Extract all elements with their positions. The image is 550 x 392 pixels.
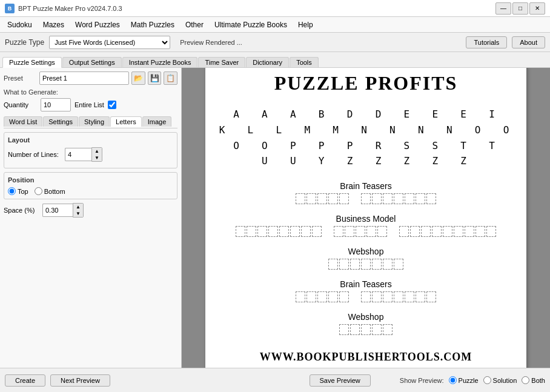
next-preview-button[interactable]: Next Preview xyxy=(50,374,110,387)
tab-output-settings[interactable]: Output Settings xyxy=(62,57,122,67)
preset-row: Preset 📂 💾 📋 xyxy=(4,71,177,85)
word-section-3-title: Webshop xyxy=(348,247,384,256)
letters-row-4: U U Y Z Z Z Z Z xyxy=(219,153,513,169)
word-section-2: Business Model xyxy=(236,214,496,237)
word-boxes-3 xyxy=(328,259,403,270)
puzzle-url: WWW.BOOKPUBLISHERTOOLS.COM xyxy=(260,351,472,364)
titlebar-left: B BPT Puzzle Maker Pro v2024.7.0.3 xyxy=(5,4,122,13)
word-section-1: Brain Teasers xyxy=(296,181,436,204)
show-both-radio[interactable]: Both xyxy=(522,376,545,384)
show-solution-radio[interactable]: Solution xyxy=(483,376,517,384)
create-button[interactable]: Create xyxy=(5,374,45,387)
puzzle-type-select[interactable]: Just Five Words (Licensed) xyxy=(49,36,170,49)
space-label: Space (%) xyxy=(4,207,40,214)
num-lines-label: Number of Lines: xyxy=(8,151,62,158)
space-up-button[interactable]: ▲ xyxy=(73,204,83,210)
tab-time-saver[interactable]: Time Saver xyxy=(198,57,245,67)
word-boxes-1a xyxy=(296,193,349,204)
show-both-input[interactable] xyxy=(522,376,529,384)
word-boxes-4b xyxy=(361,291,436,302)
position-group: Position Top Bottom xyxy=(4,172,177,199)
spinbox-up-button[interactable]: ▲ xyxy=(92,148,102,154)
minimize-button[interactable]: — xyxy=(495,2,511,15)
preset-save-as-button[interactable]: 📋 xyxy=(164,71,177,85)
word-boxes-2c xyxy=(399,226,496,237)
tab-tools[interactable]: Tools xyxy=(290,57,319,67)
menu-sudoku[interactable]: Sudoku xyxy=(2,19,37,30)
tab-puzzle-settings[interactable]: Puzzle Settings xyxy=(2,57,62,68)
position-bottom-label: Bottom xyxy=(44,188,65,195)
position-bottom-radio[interactable]: Bottom xyxy=(35,187,65,195)
menubar: Sudoku Mazes Word Puzzles Math Puzzles O… xyxy=(0,17,550,33)
spinbox-down-button[interactable]: ▼ xyxy=(92,154,102,161)
show-puzzle-label: Puzzle xyxy=(459,377,479,384)
tutorials-button[interactable]: Tutorials xyxy=(466,36,507,48)
tab-instant-puzzle-books[interactable]: Instant Puzzle Books xyxy=(122,57,198,67)
spinbox-buttons: ▲ ▼ xyxy=(91,147,102,162)
titlebar-title: BPT Puzzle Maker Pro v2024.7.0.3 xyxy=(18,5,122,12)
menu-ultimate-puzzle-books[interactable]: Ultimate Puzzle Books xyxy=(210,19,292,30)
preset-folder-button[interactable]: 📂 xyxy=(131,71,145,85)
word-section-4-title: Brain Teasers xyxy=(340,279,391,289)
position-top-radio[interactable]: Top xyxy=(8,187,28,195)
quantity-row: Quantity Entire List xyxy=(4,98,177,111)
space-spinbox: ▲ ▼ xyxy=(42,203,84,218)
puzzle-title: PUZZLE PROFITS xyxy=(274,72,458,95)
word-section-4: Brain Teasers xyxy=(296,279,436,302)
right-panel: PUZZLE PROFITS A A A B D D E E E I K L L… xyxy=(182,68,550,368)
tabbar: Puzzle Settings Output Settings Instant … xyxy=(0,52,550,68)
menu-math-puzzles[interactable]: Math Puzzles xyxy=(126,19,179,30)
menu-mazes[interactable]: Mazes xyxy=(38,19,69,30)
show-preview-radio-group: Puzzle Solution Both xyxy=(449,376,545,384)
position-top-input[interactable] xyxy=(8,187,16,195)
letters-grid: A A A B D D E E E I K L L M M N N N N O … xyxy=(219,107,513,168)
entire-list-label: Entire List xyxy=(75,101,104,108)
word-section-2-title: Business Model xyxy=(336,214,396,224)
letters-row-3: O O P P P R S S T T xyxy=(219,138,513,154)
layout-group-title: Layout xyxy=(8,136,173,144)
menu-help[interactable]: Help xyxy=(293,19,318,30)
show-puzzle-radio[interactable]: Puzzle xyxy=(449,376,479,384)
show-both-label: Both xyxy=(531,377,545,384)
subtab-word-list[interactable]: Word List xyxy=(4,116,42,127)
app-icon: B xyxy=(5,4,15,13)
position-bottom-input[interactable] xyxy=(35,187,42,195)
subtab-letters[interactable]: Letters xyxy=(110,116,142,127)
save-preview-button[interactable]: Save Preview xyxy=(310,374,371,387)
preset-input[interactable] xyxy=(39,71,129,85)
letters-row-2: K L L M M N N N N O O xyxy=(219,122,513,138)
subtabs: Word List Settings Styling Letters Image xyxy=(4,116,177,128)
toolbar: Puzzle Type Just Five Words (Licensed) P… xyxy=(0,33,550,52)
main: Preset 📂 💾 📋 What to Generate: Quantity … xyxy=(0,68,550,368)
close-button[interactable]: ✕ xyxy=(529,2,545,15)
maximize-button[interactable]: □ xyxy=(512,2,528,15)
position-group-title: Position xyxy=(8,176,173,184)
preset-label: Preset xyxy=(4,75,37,82)
left-panel: Preset 📂 💾 📋 What to Generate: Quantity … xyxy=(0,68,182,368)
titlebar-controls: — □ ✕ xyxy=(495,2,545,15)
word-section-3: Webshop xyxy=(328,247,403,270)
subtab-image[interactable]: Image xyxy=(142,116,172,127)
tab-dictionary[interactable]: Dictionary xyxy=(246,57,289,67)
menu-other[interactable]: Other xyxy=(181,19,208,30)
menu-word-puzzles[interactable]: Word Puzzles xyxy=(70,19,125,30)
about-button[interactable]: About xyxy=(512,36,545,48)
show-puzzle-input[interactable] xyxy=(449,376,457,384)
num-lines-input[interactable] xyxy=(65,148,91,161)
space-input[interactable] xyxy=(42,204,73,217)
entire-list-checkbox[interactable] xyxy=(108,101,116,109)
layout-group: Layout Number of Lines: ▲ ▼ xyxy=(4,132,177,168)
num-lines-row: Number of Lines: ▲ ▼ xyxy=(8,147,173,162)
word-section-5-title: Webshop xyxy=(348,312,384,322)
space-spinbox-buttons: ▲ ▼ xyxy=(73,203,84,218)
show-preview-label: Show Preview: xyxy=(400,377,444,384)
space-down-button[interactable]: ▼ xyxy=(73,210,83,217)
what-to-generate-label: What to Generate: xyxy=(4,88,177,96)
position-top-label: Top xyxy=(18,188,28,195)
preset-save-button[interactable]: 💾 xyxy=(148,71,162,85)
subtab-styling[interactable]: Styling xyxy=(79,116,110,127)
subtab-settings[interactable]: Settings xyxy=(43,116,78,127)
show-solution-input[interactable] xyxy=(483,376,491,384)
preview-status: Preview Rendered ... xyxy=(180,39,461,46)
quantity-input[interactable] xyxy=(41,98,71,111)
